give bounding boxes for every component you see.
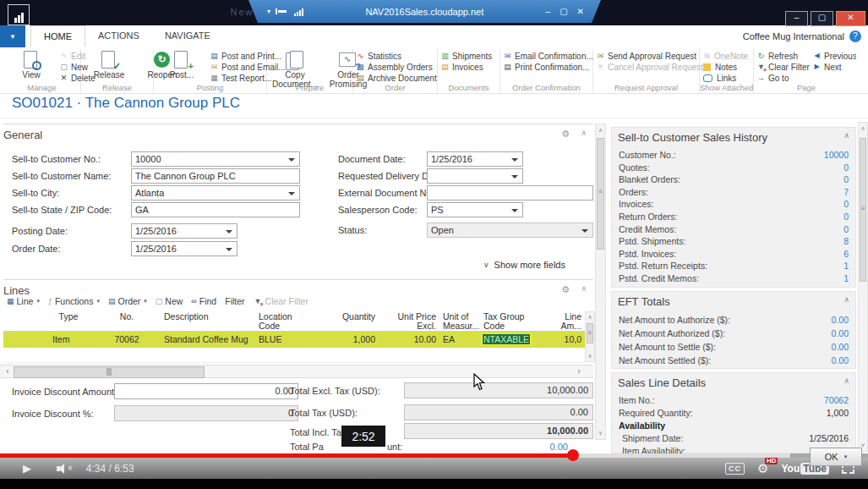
cancel-approval-request-button[interactable]: ✕Cancel Approval Request — [596, 62, 703, 72]
cell-quantity[interactable]: 1,000 — [323, 332, 379, 348]
minimize-button[interactable]: – — [785, 11, 808, 26]
scroll-down-icon[interactable]: ∨ — [586, 351, 594, 361]
statistics-button[interactable]: ∿Statistics — [356, 51, 437, 61]
scroll-up-icon[interactable]: ∧ — [586, 312, 594, 322]
factbox-value-link[interactable]: 0 — [843, 198, 849, 211]
status-field[interactable]: Open — [427, 223, 593, 238]
gear-icon[interactable]: ⚙ — [561, 284, 570, 295]
close-button[interactable]: ✕ — [836, 11, 865, 26]
factbox-value-link[interactable]: 0 — [843, 162, 849, 174]
goto-button[interactable]: →Go to — [756, 73, 810, 83]
ok-button[interactable]: OK ▾ — [810, 448, 862, 466]
col-quantity[interactable]: Quantity — [323, 311, 379, 332]
line-menu-button[interactable]: ▦Line▾ — [7, 296, 40, 306]
col-unit-price[interactable]: Unit Price Excl.Tax — [379, 311, 439, 332]
factbox-value-link[interactable]: 0 — [843, 211, 849, 223]
factbox-value-link[interactable]: 10000 — [824, 149, 849, 162]
cell-type[interactable]: Item — [44, 332, 93, 348]
sell-to-customer-name-field[interactable]: The Cannon Group PLC — [131, 168, 300, 184]
salesperson-code-field[interactable]: PS — [427, 202, 523, 217]
factbox-value-link[interactable]: 0.00 — [832, 354, 849, 367]
print-confirmation-button[interactable]: ▤Print Confirmation... — [503, 62, 593, 72]
document-date-field[interactable]: 1/25/2016 — [427, 151, 523, 167]
col-no[interactable]: No. — [93, 311, 161, 332]
pin-icon[interactable] — [278, 10, 287, 13]
collapse-chevron-icon[interactable]: ∧ — [843, 295, 849, 308]
rdp-minimize-button[interactable]: – — [546, 7, 551, 16]
tab-actions[interactable]: ACTIONS — [85, 25, 152, 47]
factbox-value-link[interactable]: 0 — [843, 223, 849, 236]
clear-filter-button[interactable]: ▼×Clear Filter — [756, 62, 810, 72]
view-button[interactable]: View — [6, 50, 57, 81]
previous-button[interactable]: ◀Previous — [812, 51, 856, 61]
collapse-chevron-icon[interactable]: ∧ — [843, 131, 849, 144]
collapse-chevron-icon[interactable]: ∧ — [843, 376, 849, 389]
volume-muted-icon[interactable] — [57, 463, 66, 475]
find-button[interactable]: ∞Find — [191, 296, 216, 306]
app-menu-button[interactable]: ▾ — [0, 25, 25, 47]
captions-button[interactable]: CC — [725, 463, 745, 475]
factbox-value[interactable]: 70062 — [824, 394, 849, 407]
factbox-value-link[interactable]: 0.00 — [832, 313, 849, 327]
order-menu-button[interactable]: ▤Order▾ — [108, 296, 147, 306]
factbox-value-link[interactable]: 0.00 — [832, 340, 849, 354]
cell-line-amount[interactable]: 10,0 — [551, 332, 585, 348]
sell-to-state-zip-field[interactable]: GA — [131, 202, 300, 217]
cell-no[interactable]: 70062 — [93, 332, 161, 348]
settings-button[interactable]: ⚙ HD — [757, 461, 768, 476]
invoice-discount-amount-field[interactable]: 0.00 — [114, 383, 298, 399]
new-line-button[interactable]: ▢New — [156, 296, 183, 306]
lines-scrollbar[interactable]: ∧ ≡ ∨ — [585, 311, 595, 362]
main-scrollbar[interactable]: ∧ ≡ ∨ — [595, 124, 606, 440]
tab-home[interactable]: HOME — [30, 25, 85, 47]
order-date-field[interactable]: 1/25/2016 — [131, 241, 237, 256]
general-fasttab-header[interactable]: General ⚙ ∧ — [3, 124, 593, 141]
cell-description[interactable]: Standard Coffee Mug — [161, 332, 255, 348]
archive-document-button[interactable]: ▤Archive Document — [356, 73, 437, 83]
email-confirmation-button[interactable]: ✉Email Confirmation... — [503, 51, 593, 61]
next-button[interactable]: ▶Next — [812, 62, 856, 72]
lines-hscrollbar[interactable]: ‹ › — [0, 365, 593, 378]
scroll-left-icon[interactable]: ‹ — [2, 365, 14, 377]
cell-location-code[interactable]: BLUE — [255, 332, 323, 348]
col-unit-of-measure[interactable]: Unit ofMeasur... — [439, 311, 480, 332]
rdp-close-button[interactable]: ✕ — [577, 7, 584, 16]
clear-filter-button[interactable]: ▼×Clear Filter — [254, 296, 308, 306]
sell-to-city-field[interactable]: Atlanta — [131, 185, 300, 201]
col-type[interactable]: Type — [44, 311, 93, 332]
factbox-header[interactable]: Sales Line Details ∧ — [618, 376, 849, 389]
refresh-button[interactable]: ↻Refresh — [756, 51, 810, 61]
factbox-header[interactable]: EFT Totals ∧ — [618, 295, 849, 308]
rdp-restore-button[interactable]: ▢ — [560, 7, 567, 16]
gear-icon[interactable]: ⚙ — [561, 129, 570, 140]
factbox-value-link[interactable]: 1 — [843, 260, 849, 272]
empty-line-row[interactable] — [3, 349, 585, 363]
hscroll-thumb[interactable] — [14, 366, 205, 378]
chevron-down-icon[interactable]: ▾ — [267, 8, 270, 15]
assembly-orders-button[interactable]: ▩Assembly Orders — [356, 62, 437, 72]
invoices-button[interactable]: ▤Invoices — [440, 62, 492, 72]
release-button[interactable]: ✓ Release — [84, 50, 134, 81]
cell-unit-of-measure[interactable]: EA — [439, 332, 480, 348]
show-more-fields-button[interactable]: ∨ Show more fields — [483, 260, 565, 270]
functions-menu-button[interactable]: ƒFunctions▾ — [48, 296, 100, 306]
links-button[interactable]: Links — [702, 73, 748, 83]
play-button[interactable]: ▶ — [23, 462, 31, 475]
posting-date-field[interactable]: 1/25/2016 — [131, 223, 237, 239]
onenote-button[interactable]: NOneNote — [702, 51, 748, 61]
factbox-header[interactable]: Sell-to Customer Sales History ∧ — [618, 131, 849, 144]
partial-total-value[interactable]: 0.00 — [517, 442, 568, 452]
external-document-no-field[interactable] — [427, 185, 593, 201]
tab-navigate[interactable]: NAVIGATE — [152, 25, 223, 47]
scroll-right-icon[interactable]: › — [573, 365, 585, 377]
scroll-up-icon[interactable]: ∧ — [596, 125, 605, 135]
requested-delivery-date-field[interactable] — [427, 168, 523, 184]
row-selector-cell[interactable] — [3, 332, 44, 348]
page-scrollbar[interactable]: ∧ ≡ ∨ — [858, 122, 868, 452]
factbox-value[interactable]: 1/25/2016 — [809, 432, 849, 445]
collapse-chevron-icon[interactable]: ∧ — [581, 284, 587, 293]
factbox-value-link[interactable]: 7 — [843, 186, 849, 199]
filter-button[interactable]: Filter — [225, 296, 244, 306]
send-approval-request-button[interactable]: ✉Send Approval Request — [596, 51, 703, 61]
collapse-chevron-icon[interactable]: ∧ — [581, 129, 587, 137]
